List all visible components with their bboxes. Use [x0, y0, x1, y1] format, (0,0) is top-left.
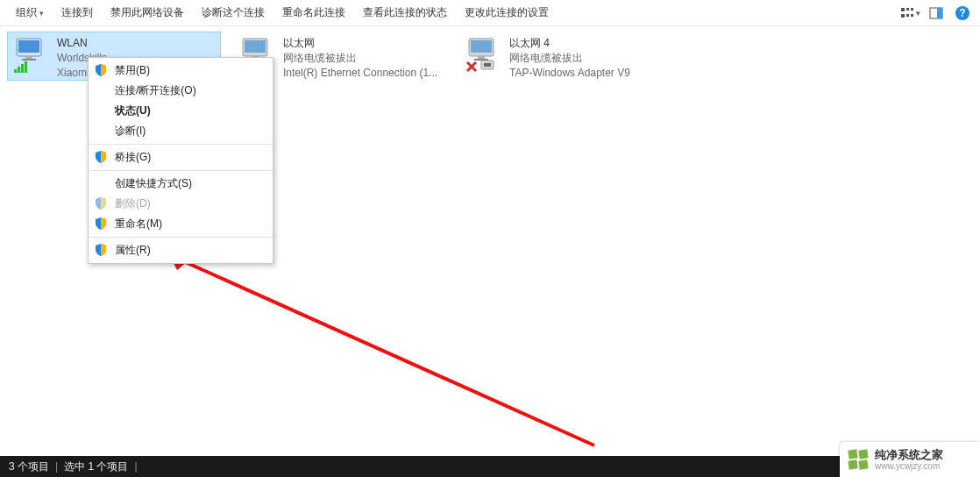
status-bar: 3 个项目 | 选中 1 个项目 |	[0, 456, 980, 477]
toolbar: 组织 连接到 禁用此网络设备 诊断这个连接 重命名此连接 查看此连接的状态 更改…	[0, 0, 980, 26]
svg-rect-4	[906, 14, 909, 17]
content-area: WLAN Worldskills Xiaomi 以太网	[0, 26, 980, 456]
shield-icon	[95, 64, 107, 76]
toolbar-disable-device[interactable]: 禁用此网络设备	[102, 0, 193, 26]
adapter-name: 以太网 4	[509, 36, 630, 51]
network-wifi-icon	[13, 36, 52, 75]
adapter-name: 以太网	[283, 36, 437, 51]
watermark-title: 纯净系统之家	[875, 449, 943, 461]
watermark-logo-icon	[847, 448, 870, 471]
ctx-connect-disconnect[interactable]: 连接/断开连接(O)	[89, 81, 273, 101]
adapter-device: TAP-Windows Adapter V9	[509, 66, 630, 81]
status-separator: |	[55, 460, 58, 473]
watermark: 纯净系统之家 www.ycwjzy.com	[840, 442, 980, 477]
ctx-label: 创建快捷方式(S)	[115, 176, 192, 191]
svg-text:?: ?	[959, 7, 965, 19]
svg-rect-19	[245, 40, 266, 53]
adapter-status: 网络电缆被拔出	[509, 51, 630, 66]
svg-rect-11	[18, 40, 39, 53]
annotation-arrow	[121, 244, 612, 472]
svg-line-33	[180, 260, 594, 445]
ctx-bridge[interactable]: 桥接(G)	[89, 147, 273, 167]
adapter-name: WLAN	[57, 36, 107, 51]
ctx-label: 属性(R)	[115, 243, 151, 258]
status-selected-count: 选中 1 个项目	[64, 459, 128, 474]
ctx-label: 诊断(I)	[115, 124, 146, 139]
svg-rect-16	[21, 64, 24, 73]
view-options-icon[interactable]: ▾	[899, 3, 920, 24]
status-separator: |	[134, 460, 137, 473]
svg-rect-14	[14, 69, 17, 73]
svg-rect-36	[848, 459, 857, 469]
help-icon[interactable]: ?	[952, 3, 973, 24]
ctx-delete: 删除(D)	[89, 194, 273, 214]
watermark-text: 纯净系统之家 www.ycwjzy.com	[875, 449, 943, 471]
adapter-ethernet-4[interactable]: 以太网 4 网络电缆被拔出 TAP-Windows Adapter V9	[459, 32, 673, 81]
svg-rect-7	[937, 8, 942, 18]
svg-rect-1	[906, 8, 909, 11]
svg-rect-15	[18, 67, 20, 73]
status-item-count: 3 个项目	[9, 459, 49, 474]
shield-icon	[95, 244, 107, 256]
svg-rect-29	[484, 63, 491, 67]
toolbar-diagnose[interactable]: 诊断这个连接	[193, 0, 273, 26]
svg-rect-37	[858, 459, 868, 469]
adapter-text: 以太网 4 网络电缆被拔出 TAP-Windows Adapter V9	[509, 36, 630, 81]
ctx-properties[interactable]: 属性(R)	[89, 240, 273, 260]
adapter-device: Intel(R) Ethernet Connection (1...	[283, 66, 437, 81]
svg-rect-13	[22, 59, 36, 61]
svg-rect-17	[25, 61, 27, 73]
adapter-status: 网络电缆被拔出	[283, 51, 437, 66]
ctx-rename[interactable]: 重命名(M)	[89, 214, 273, 234]
ctx-label: 删除(D)	[115, 196, 151, 211]
toolbar-connect-to[interactable]: 连接到	[53, 0, 102, 26]
toolbar-change-settings[interactable]: 更改此连接的设置	[456, 0, 557, 26]
ctx-label: 状态(U)	[115, 103, 151, 118]
ctx-label: 连接/断开连接(O)	[115, 83, 196, 98]
ctx-disable[interactable]: 禁用(B)	[89, 61, 273, 81]
context-menu: 禁用(B) 连接/断开连接(O) 状态(U) 诊断(I) 桥接(G) 创建快捷方…	[88, 57, 273, 264]
ctx-create-shortcut[interactable]: 创建快捷方式(S)	[89, 174, 273, 194]
toolbar-rename[interactable]: 重命名此连接	[273, 0, 354, 26]
svg-rect-0	[901, 8, 905, 11]
svg-rect-35	[858, 449, 868, 459]
shield-icon	[95, 151, 107, 163]
shield-icon	[95, 197, 107, 210]
shield-icon	[95, 217, 107, 230]
ctx-diagnose[interactable]: 诊断(I)	[89, 121, 273, 141]
svg-rect-5	[911, 14, 913, 17]
svg-rect-3	[901, 14, 905, 18]
watermark-url: www.ycwjzy.com	[875, 461, 943, 471]
ctx-separator	[89, 237, 272, 238]
toolbar-view-status[interactable]: 查看此连接的状态	[354, 0, 456, 26]
ctx-label: 禁用(B)	[115, 63, 150, 78]
svg-rect-26	[478, 56, 485, 59]
ctx-status[interactable]: 状态(U)	[89, 101, 273, 121]
svg-rect-2	[911, 8, 913, 11]
ctx-label: 桥接(G)	[115, 150, 151, 165]
network-ethernet-disconnected-icon	[465, 36, 504, 75]
ctx-label: 重命名(M)	[115, 217, 162, 231]
adapter-text: 以太网 网络电缆被拔出 Intel(R) Ethernet Connection…	[283, 36, 437, 81]
preview-pane-icon[interactable]	[926, 3, 947, 24]
svg-rect-34	[848, 449, 857, 459]
svg-rect-12	[25, 56, 32, 59]
toolbar-organize[interactable]: 组织	[7, 0, 53, 26]
ctx-separator	[89, 144, 272, 145]
ctx-separator	[89, 170, 272, 171]
svg-rect-25	[471, 40, 492, 53]
